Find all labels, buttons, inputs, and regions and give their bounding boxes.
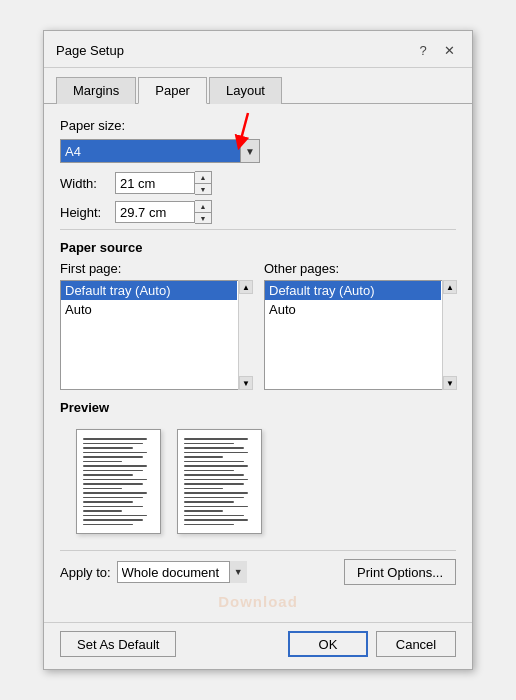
paper-source-header: Paper source xyxy=(60,240,456,255)
preview-line xyxy=(184,524,234,526)
preview-line xyxy=(83,510,122,512)
preview-line xyxy=(83,479,147,481)
preview-line xyxy=(83,447,133,449)
preview-line xyxy=(184,497,244,499)
other-pages-scroll-down[interactable]: ▼ xyxy=(443,376,457,390)
width-input[interactable] xyxy=(115,172,195,194)
close-button[interactable]: ✕ xyxy=(438,39,460,61)
list-item[interactable]: Default tray (Auto) xyxy=(61,281,237,300)
preview-line xyxy=(184,510,223,512)
preview-line xyxy=(83,488,122,490)
width-down-button[interactable]: ▼ xyxy=(195,183,211,194)
help-button[interactable]: ? xyxy=(412,39,434,61)
other-pages-label: Other pages: xyxy=(264,261,456,276)
print-options-button[interactable]: Print Options... xyxy=(344,559,456,585)
preview-line xyxy=(83,443,143,445)
other-pages-list-wrapper: Default tray (Auto) Auto ▲ ▼ xyxy=(264,280,456,390)
cancel-button[interactable]: Cancel xyxy=(376,631,456,657)
watermark: Download xyxy=(60,593,456,610)
preview-line xyxy=(184,443,234,445)
preview-page-2 xyxy=(177,429,262,534)
width-input-wrap: ▲ ▼ xyxy=(115,171,212,195)
height-label: Height: xyxy=(60,205,115,220)
preview-line xyxy=(184,456,223,458)
divider-1 xyxy=(60,229,456,230)
first-page-scrollbar: ▲ ▼ xyxy=(238,280,252,390)
width-row: Width: ▲ ▼ xyxy=(60,171,456,195)
preview-line xyxy=(184,506,248,508)
other-pages-col: Other pages: Default tray (Auto) Auto ▲ … xyxy=(264,261,456,390)
preview-line xyxy=(83,465,147,467)
title-bar: Page Setup ? ✕ xyxy=(44,31,472,68)
preview-line xyxy=(184,447,244,449)
preview-line xyxy=(83,461,122,463)
tab-paper[interactable]: Paper xyxy=(138,77,207,104)
preview-line xyxy=(184,501,234,503)
preview-line xyxy=(184,461,244,463)
preview-line xyxy=(184,465,248,467)
preview-line xyxy=(184,492,248,494)
preview-line xyxy=(83,519,143,521)
width-spinner: ▲ ▼ xyxy=(195,171,212,195)
ok-button[interactable]: OK xyxy=(288,631,368,657)
preview-line xyxy=(83,474,133,476)
height-down-button[interactable]: ▼ xyxy=(195,212,211,223)
preview-line xyxy=(83,452,147,454)
first-page-label: First page: xyxy=(60,261,252,276)
other-pages-list[interactable]: Default tray (Auto) Auto xyxy=(264,280,456,390)
first-page-scroll-up[interactable]: ▲ xyxy=(239,280,253,294)
set-as-default-button[interactable]: Set As Default xyxy=(60,631,176,657)
preview-line xyxy=(83,470,143,472)
preview-line xyxy=(83,492,147,494)
right-buttons: OK Cancel xyxy=(288,631,456,657)
preview-line xyxy=(184,515,244,517)
preview-section: Preview xyxy=(60,400,456,542)
title-bar-buttons: ? ✕ xyxy=(412,39,460,61)
paper-size-label: Paper size: xyxy=(60,118,456,133)
list-item[interactable]: Auto xyxy=(61,300,237,319)
dialog-title: Page Setup xyxy=(56,43,124,58)
other-pages-scrollbar: ▲ ▼ xyxy=(442,280,456,390)
preview-line xyxy=(83,438,147,440)
tabs: Margins Paper Layout xyxy=(44,68,472,104)
preview-line xyxy=(83,497,143,499)
first-page-list-wrapper: Default tray (Auto) Auto ▲ ▼ xyxy=(60,280,252,390)
apply-to-label: Apply to: xyxy=(60,565,111,580)
list-item[interactable]: Auto xyxy=(265,300,441,319)
paper-size-select[interactable]: A4 A3 Letter Legal xyxy=(60,139,260,163)
first-page-list[interactable]: Default tray (Auto) Auto xyxy=(60,280,252,390)
preview-line xyxy=(184,488,223,490)
page-setup-dialog: Page Setup ? ✕ Margins Paper Layout Pape… xyxy=(43,30,473,670)
preview-line xyxy=(184,479,248,481)
preview-pages xyxy=(60,421,456,542)
paper-size-container: A4 A3 Letter Legal ▼ xyxy=(60,139,260,163)
paper-source-row: First page: Default tray (Auto) Auto ▲ ▼… xyxy=(60,261,456,390)
preview-line xyxy=(83,483,143,485)
height-input-wrap: ▲ ▼ xyxy=(115,200,212,224)
paper-size-select-wrapper: A4 A3 Letter Legal ▼ xyxy=(60,139,260,163)
preview-line xyxy=(184,483,244,485)
preview-label: Preview xyxy=(60,400,456,415)
preview-line xyxy=(83,501,133,503)
list-item[interactable]: Default tray (Auto) xyxy=(265,281,441,300)
preview-page-1 xyxy=(76,429,161,534)
preview-line xyxy=(184,474,244,476)
preview-line xyxy=(83,524,133,526)
tab-layout[interactable]: Layout xyxy=(209,77,282,104)
height-up-button[interactable]: ▲ xyxy=(195,201,211,212)
preview-line xyxy=(184,470,234,472)
width-label: Width: xyxy=(60,176,115,191)
other-pages-scroll-up[interactable]: ▲ xyxy=(443,280,457,294)
first-page-scroll-down[interactable]: ▼ xyxy=(239,376,253,390)
apply-to-row: Apply to: Whole document This point forw… xyxy=(60,550,456,591)
preview-line xyxy=(83,515,147,517)
width-up-button[interactable]: ▲ xyxy=(195,172,211,183)
dialog-content: Paper size: A4 A3 Letter Legal ▼ xyxy=(44,104,472,622)
apply-to-select[interactable]: Whole document This point forward xyxy=(117,561,247,583)
height-input[interactable] xyxy=(115,201,195,223)
preview-line xyxy=(184,452,248,454)
first-page-col: First page: Default tray (Auto) Auto ▲ ▼ xyxy=(60,261,252,390)
height-spinner: ▲ ▼ xyxy=(195,200,212,224)
preview-line xyxy=(83,506,143,508)
tab-margins[interactable]: Margins xyxy=(56,77,136,104)
